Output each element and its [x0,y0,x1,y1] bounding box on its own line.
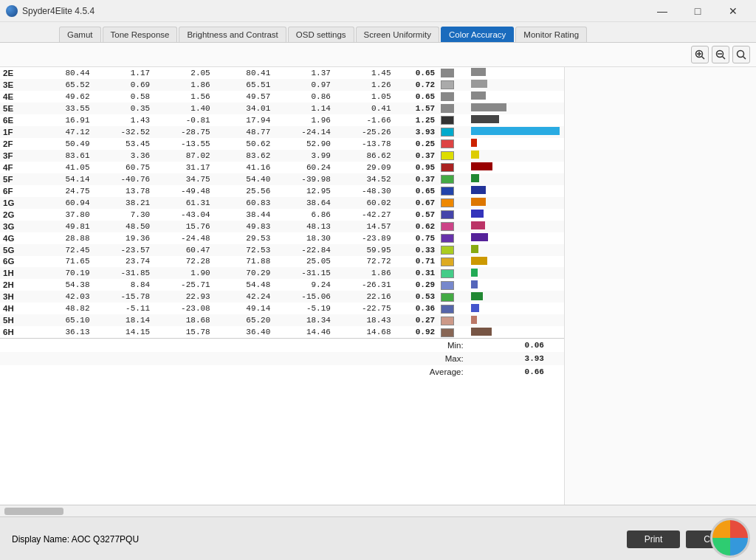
delta-bar [471,127,560,135]
table-row: 3E 65.52 0.69 1.86 65.51 0.97 1.26 0.72 [0,79,564,91]
bar-cell [468,244,564,256]
a1-value: -5.11 [93,303,154,314]
delta-bar [471,162,492,170]
a1-value: 0.58 [93,91,154,103]
avg-row: Average: 0.66 [0,365,564,378]
row-id: 2E [0,67,32,79]
l1-value: 37.80 [32,209,93,221]
swatch-cell [438,314,468,326]
b1-value: -13.55 [153,138,213,150]
tab-gamut[interactable]: Gamut [59,27,101,42]
color-swatch [441,328,454,337]
delta-value: 0.65 [394,91,439,103]
b1-value: 72.28 [153,256,213,268]
svg-line-8 [743,57,746,60]
a1-value: 1.17 [93,67,154,79]
l1-value: 72.45 [32,244,93,256]
svg-line-3 [702,57,705,60]
b2-value: -13.78 [334,138,394,150]
b1-value: 1.90 [153,267,213,279]
minimize-button[interactable]: — [645,0,679,22]
a2-value: -31.15 [273,267,334,279]
color-swatch [441,269,454,278]
a2-value: 18.30 [273,232,334,244]
l2-value: 80.41 [213,67,274,79]
color-swatch [441,281,454,290]
tab-color-accuracy[interactable]: Color Accuracy [441,27,514,42]
scroll-thumb[interactable] [4,508,63,515]
min-value: 0.06 [467,339,547,353]
table-row: 6H 36.13 14.15 15.78 36.40 14.46 14.68 0… [0,326,564,338]
a1-value: 48.50 [93,221,154,232]
close-window-button[interactable]: ✕ [716,0,750,22]
l2-value: 71.88 [213,256,274,268]
table-row: 1F 47.12 -32.52 -28.75 48.77 -24.14 -25.… [0,126,564,138]
a1-value: 13.78 [93,185,154,197]
tab-brightness-and-contrast[interactable]: Brightness and Contrast [179,27,286,42]
color-swatch [441,116,454,125]
a2-value: -5.19 [273,303,334,314]
a1-value: 8.84 [93,279,154,291]
color-swatch [441,69,454,77]
swatch-cell [438,67,468,79]
l1-value: 48.82 [32,303,93,314]
l2-value: 42.24 [213,291,274,303]
row-id: 6H [0,326,32,338]
l1-value: 42.03 [32,291,93,303]
bar-cell [468,114,564,126]
table-row: 1H 70.19 -31.85 1.90 70.29 -31.15 1.86 0… [0,267,564,279]
l2-value: 60.83 [213,197,274,209]
a2-value: -24.14 [273,126,334,138]
row-id: 5H [0,314,32,326]
maximize-button[interactable]: □ [681,0,715,22]
table-row: 5G 72.45 -23.57 60.47 72.53 -22.84 59.95… [0,244,564,256]
summary-table: Min: 0.06 Max: 3.93 Average: 0.66 [0,338,564,378]
color-swatch [441,187,454,196]
delta-value: 0.25 [394,138,439,150]
color-swatch [441,234,454,243]
swatch-cell [438,197,468,209]
bar-cell [468,303,564,314]
table-row: 3H 42.03 -15.78 22.93 42.24 -15.06 22.16… [0,291,564,303]
delta-value: 0.37 [394,150,439,162]
title-bar: Spyder4Elite 4.5.4 — □ ✕ [0,0,756,22]
print-button[interactable]: Print [627,530,681,548]
l1-value: 60.94 [32,197,93,209]
zoom-reset-button[interactable] [732,46,750,63]
zoom-in-button[interactable] [691,46,709,63]
swatch-cell [438,150,468,162]
horizontal-scrollbar[interactable] [0,505,756,516]
table-row: 4H 48.82 -5.11 -23.08 49.14 -5.19 -22.75… [0,303,564,314]
color-swatch [441,317,454,325]
delta-bar [471,186,486,194]
tab-screen-uniformity[interactable]: Screen Uniformity [356,27,439,42]
a2-value: 48.13 [273,221,334,232]
scroll-track[interactable] [1,505,755,517]
table-row: 3F 83.61 3.36 87.02 83.62 3.99 86.62 0.3… [0,150,564,162]
b1-value: 31.17 [153,162,213,173]
a2-value: -22.84 [273,244,334,256]
bar-cell [468,267,564,279]
zoom-out-button[interactable] [712,46,729,63]
tab-osd-settings[interactable]: OSD settings [288,27,354,42]
table-row: 6G 71.65 23.74 72.28 71.88 25.05 72.72 0… [0,256,564,268]
row-id: 3H [0,291,32,303]
table-row: 5F 54.14 -40.76 34.75 54.40 -39.98 34.52… [0,173,564,185]
l2-value: 29.53 [213,232,274,244]
table-row: 1G 60.94 38.21 61.31 60.83 38.64 60.02 0… [0,197,564,209]
row-id: 5G [0,244,32,256]
l1-value: 54.14 [32,173,93,185]
table-row: 3G 49.81 48.50 15.76 49.83 48.13 14.57 0… [0,221,564,232]
tab-monitor-rating[interactable]: Monitor Rating [515,27,587,42]
table-row: 2E 80.44 1.17 2.05 80.41 1.37 1.45 0.65 [0,67,564,79]
row-id: 5F [0,173,32,185]
b2-value: 29.09 [334,162,394,173]
swatch-cell [438,79,468,91]
tab-tone-response[interactable]: Tone Response [103,27,178,42]
table-scroll-area[interactable]: 2E 80.44 1.17 2.05 80.41 1.37 1.45 0.65 … [0,67,564,505]
title-bar-controls: — □ ✕ [645,0,750,22]
l1-value: 65.10 [32,314,93,326]
swatch-cell [438,126,468,138]
l1-value: 49.62 [32,91,93,103]
delta-value: 0.29 [394,279,439,291]
